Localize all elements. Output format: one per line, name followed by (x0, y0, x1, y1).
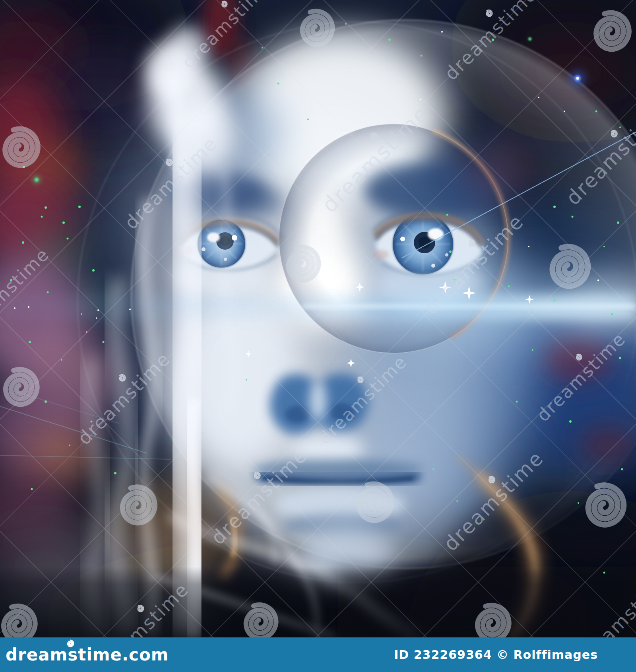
surreal-face-space-artwork (0, 0, 636, 637)
dreamstime-spiral-icon (66, 639, 75, 648)
image-credit-text: ID 232269364 © Rolffimages (394, 648, 598, 662)
stock-photo-page: dreamstime dreamstime dreamstime dreamst… (0, 0, 636, 672)
artwork-canvas: dreamstime dreamstime dreamstime dreamst… (0, 0, 636, 637)
dreamstime-logo: dreamstime.com (6, 645, 169, 664)
footer-bar: dreamstime.com ID 232269364 © Rolffimage… (0, 637, 636, 672)
dreamstime-logo-text: dreamstime.com (6, 645, 169, 664)
